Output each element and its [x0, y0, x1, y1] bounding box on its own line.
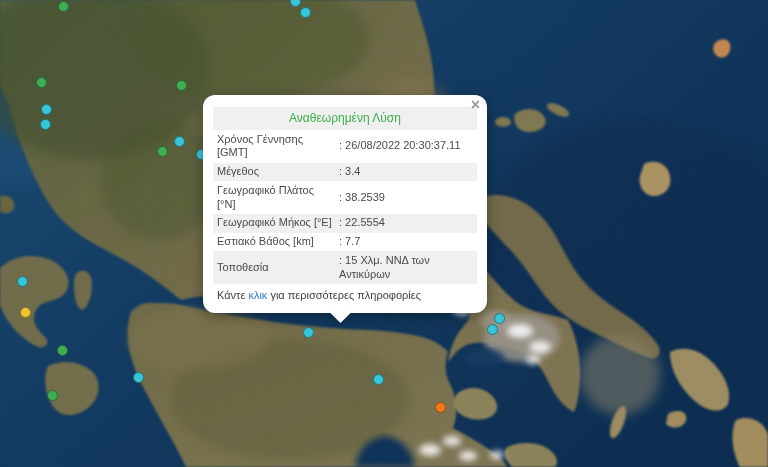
row-label: Χρόνος Γέννησης [GMT] — [213, 130, 335, 163]
footer-text: Κάντε — [217, 289, 248, 301]
table-row: Γεωγραφικό Πλάτος [°N]: 38.2539 — [213, 181, 477, 214]
table-row: Μέγεθος: 3.4 — [213, 163, 477, 182]
earthquake-marker[interactable] — [487, 324, 498, 335]
row-label: Γεωγραφικό Μήκος [°E] — [213, 214, 335, 233]
table-row: Χρόνος Γέννησης [GMT]: 26/08/2022 20:30:… — [213, 130, 477, 163]
earthquake-marker[interactable] — [435, 402, 446, 413]
popup-title: Αναθεωρημένη Λύση — [213, 107, 477, 130]
table-row: Γεωγραφικό Μήκος [°E]: 22.5554 — [213, 214, 477, 233]
row-value: : 22.5554 — [335, 214, 477, 233]
earthquake-marker[interactable] — [174, 136, 185, 147]
earthquake-marker[interactable] — [47, 390, 58, 401]
map-application: × Αναθεωρημένη Λύση Χρόνος Γέννησης [GMT… — [0, 0, 768, 467]
earthquake-marker[interactable] — [41, 104, 52, 115]
earthquake-marker[interactable] — [17, 276, 28, 287]
event-details-table: Χρόνος Γέννησης [GMT]: 26/08/2022 20:30:… — [213, 130, 477, 284]
row-value: : 7.7 — [335, 233, 477, 252]
earthquake-marker[interactable] — [176, 80, 187, 91]
earthquake-marker[interactable] — [20, 307, 31, 318]
table-row: Τοποθεσία: 15 Χλμ. ΝΝΔ των Αντικύρων — [213, 251, 477, 284]
row-value: : 15 Χλμ. ΝΝΔ των Αντικύρων — [335, 251, 477, 284]
earthquake-marker[interactable] — [290, 0, 301, 7]
earthquake-marker[interactable] — [494, 313, 505, 324]
row-label: Γεωγραφικό Πλάτος [°N] — [213, 181, 335, 214]
earthquake-marker[interactable] — [40, 119, 51, 130]
row-value: : 3.4 — [335, 163, 477, 182]
earthquake-marker[interactable] — [36, 77, 47, 88]
earthquake-popup: × Αναθεωρημένη Λύση Χρόνος Γέννησης [GMT… — [203, 95, 487, 313]
more-info-link[interactable]: κλικ — [248, 289, 267, 301]
row-label: Εστιακό Βάθος [km] — [213, 233, 335, 252]
row-value: : 26/08/2022 20:30:37.11 — [335, 130, 477, 163]
earthquake-marker[interactable] — [157, 146, 168, 157]
row-value: : 38.2539 — [335, 181, 477, 214]
footer-text: για περισσότερες πληροφορίες — [267, 289, 421, 301]
close-icon[interactable]: × — [471, 97, 480, 113]
popup-footer: Κάντε κλικ για περισσότερες πληροφορίες — [213, 284, 477, 305]
earthquake-marker[interactable] — [373, 374, 384, 385]
earthquake-marker[interactable] — [57, 345, 68, 356]
earthquake-marker[interactable] — [303, 327, 314, 338]
row-label: Μέγεθος — [213, 163, 335, 182]
row-label: Τοποθεσία — [213, 251, 335, 284]
table-row: Εστιακό Βάθος [km]: 7.7 — [213, 233, 477, 252]
earthquake-marker[interactable] — [133, 372, 144, 383]
earthquake-marker[interactable] — [300, 7, 311, 18]
earthquake-marker[interactable] — [58, 1, 69, 12]
